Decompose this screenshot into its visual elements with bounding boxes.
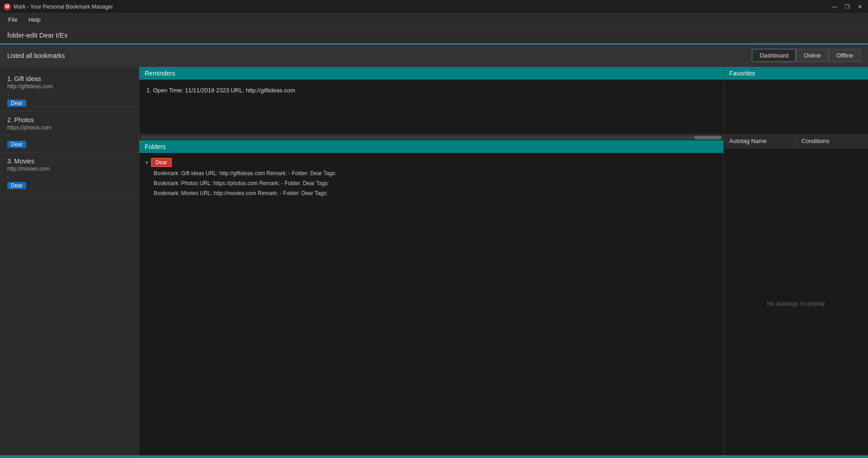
bookmark-title: 1. Gift ideas [7,75,132,82]
app-icon: M [4,3,11,10]
favorites-header: Favorites [724,67,868,80]
online-view-button[interactable]: Online [796,49,829,62]
bookmark-tag: Dear [7,182,26,189]
list-item[interactable]: 1. Gift ideas http://giftideas.com - Dea… [0,71,139,112]
breadcrumb: folder-edit Dear t/Ex [7,31,67,39]
favorites-content [724,80,868,134]
favorites-section: Favorites [724,67,868,134]
autotag-content: No autotags to display [724,148,868,458]
folder-bookmark-item[interactable]: Bookmark: Movies URL: http://movies.com … [143,188,720,198]
titlebar: M Mark - Your Personal Bookmark Manager … [0,0,868,14]
reminder-item: 1. Open Time: 11/11/2019 2323 URL: http:… [146,85,716,95]
folder-header[interactable]: ▼ Dear [143,157,720,168]
bookmark-dash: - [7,133,132,139]
autotag-section: Autotag Name Conditions No autotags to d… [724,134,868,458]
autotag-name-col: Autotag Name [724,134,796,148]
folder-arrow-icon: ▼ [145,160,149,165]
bookmark-title: 2. Photos [7,116,132,124]
bookmark-dash: - [7,174,132,180]
view-buttons: Dashboard Online Offline [752,49,861,62]
bottom-bar [0,455,868,458]
folders-section: Folders ▼ Dear Bookmark: Gift ideas URL:… [139,140,723,458]
bookmark-url: https://photos.com [7,124,132,131]
reminders-header: Reminders [139,67,723,80]
close-button[interactable]: ✕ [855,2,864,11]
bookmark-tag: Dear [7,141,26,148]
menu-file[interactable]: File [4,14,22,25]
folders-content: ▼ Dear Bookmark: Gift ideas URL: http://… [139,153,723,458]
folder-bookmark-item[interactable]: Bookmark: Gift ideas URL: http://giftide… [143,168,720,178]
reminders-scrollbar [139,134,723,140]
restore-button[interactable]: ❐ [843,2,852,11]
breadcrumb-bar: folder-edit Dear t/Ex [0,26,868,44]
titlebar-title: Mark - Your Personal Bookmark Manager [14,4,113,10]
list-item[interactable]: 2. Photos https://photos.com - Dear [0,112,139,153]
left-panel: 1. Gift ideas http://giftideas.com - Dea… [0,67,139,458]
folder-tag: Dear [151,158,172,167]
minimize-button[interactable]: — [830,2,839,11]
titlebar-left: M Mark - Your Personal Bookmark Manager [4,3,113,10]
reminders-section: Reminders 1. Open Time: 11/11/2019 2323 … [139,67,723,140]
folder-bookmark-item[interactable]: Bookmark: Photos URL: https://photos.com… [143,178,720,188]
center-panel: Reminders 1. Open Time: 11/11/2019 2323 … [139,67,723,458]
scrollbar-track[interactable] [141,136,722,139]
autotag-conditions-col: Conditions [796,134,868,148]
bookmark-dash: - [7,91,132,98]
menubar: File Help [0,14,868,26]
toolbar-bar: Listed all bookmarks Dashboard Online Of… [0,44,868,67]
bookmark-url: http://giftideas.com [7,83,132,90]
listed-all-label: Listed all bookmarks [7,52,65,59]
bookmark-url: http://movies.com [7,166,132,172]
offline-view-button[interactable]: Offline [829,49,861,62]
folders-header: Folders [139,140,723,153]
dashboard-view-button[interactable]: Dashboard [752,49,796,62]
bookmark-title: 3. Movies [7,157,132,165]
bookmark-tag: Dear [7,100,26,107]
scrollbar-thumb[interactable] [694,136,722,139]
no-autotags-label: No autotags to display [767,300,825,307]
titlebar-controls: — ❐ ✕ [830,2,864,11]
list-item[interactable]: 3. Movies http://movies.com - Dear [0,153,139,194]
right-panel: Favorites Autotag Name Conditions No aut… [723,67,868,458]
folder-item: ▼ Dear Bookmark: Gift ideas URL: http://… [143,157,720,198]
autotag-header: Autotag Name Conditions [724,134,868,148]
main-content: 1. Gift ideas http://giftideas.com - Dea… [0,67,868,458]
reminders-content: 1. Open Time: 11/11/2019 2323 URL: http:… [139,80,723,134]
menu-help[interactable]: Help [24,14,45,25]
